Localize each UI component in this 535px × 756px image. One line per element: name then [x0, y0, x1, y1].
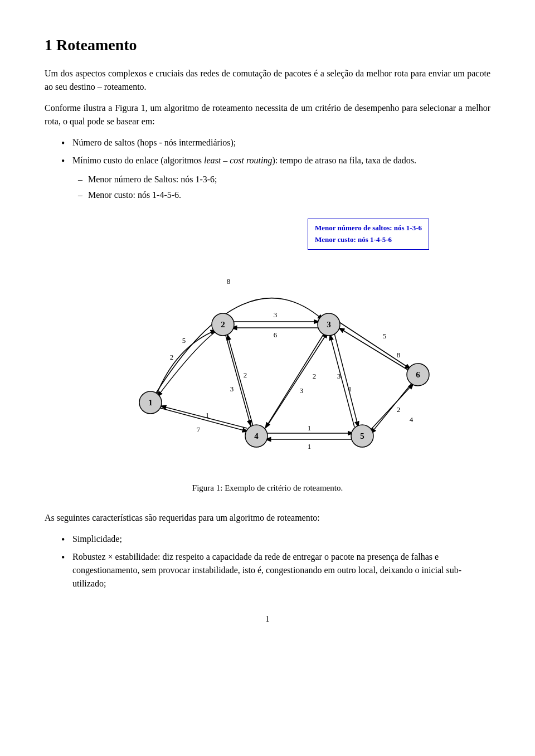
intro-paragraph: Um dos aspectos complexos e cruciais das…	[45, 67, 490, 94]
svg-text:2: 2	[313, 372, 317, 380]
svg-text:8: 8	[227, 277, 231, 285]
svg-text:1: 1	[148, 398, 153, 407]
criteria-list: Número de saltos (hops - nós intermediár…	[61, 136, 490, 167]
legend-box: Menor número de saltos: nós 1-3-6 Menor …	[308, 219, 429, 250]
figure-caption: Figura 1: Exemplo de critério de roteame…	[192, 482, 343, 495]
svg-text:1: 1	[308, 424, 312, 432]
svg-text:5: 5	[383, 332, 387, 340]
svg-text:8: 8	[397, 351, 401, 359]
svg-text:7: 7	[197, 425, 201, 434]
svg-text:4: 4	[254, 432, 259, 440]
svg-text:5: 5	[360, 432, 364, 440]
svg-text:2: 2	[170, 353, 174, 361]
figure-container: Menor número de saltos: nós 1-3-6 Menor …	[45, 219, 490, 495]
svg-text:3: 3	[230, 385, 234, 393]
bullet-robustness: Robustez × estabilidade: diz respeito a …	[61, 550, 490, 590]
svg-text:3: 3	[337, 372, 341, 380]
section-title: 1 Roteamento	[45, 33, 490, 57]
bullet-simplicity: Simplicidade;	[61, 532, 490, 546]
bullet-item-hops: Número de saltos (hops - nós intermediár…	[61, 136, 490, 149]
criteria-paragraph: Conforme ilustra a Figura 1, um algoritm…	[45, 101, 490, 128]
svg-text:4: 4	[410, 415, 414, 424]
bullet-item-cost: Mínimo custo do enlace (algoritmos least…	[61, 154, 490, 167]
graph-svg: 2 5 3 6 7 1 3 2 3	[89, 219, 446, 475]
characteristics-list: Simplicidade; Robustez × estabilidade: d…	[61, 532, 490, 590]
dash-list: Menor número de Saltos: nós 1-3-6; Menor…	[78, 173, 490, 202]
page-number: 1	[45, 613, 490, 626]
svg-text:2: 2	[397, 405, 401, 414]
svg-text:1: 1	[348, 385, 352, 393]
after-figure-paragraph: As seguintes características são requeri…	[45, 511, 490, 525]
graph-wrapper: Menor número de saltos: nós 1-3-6 Menor …	[89, 219, 446, 475]
svg-text:3: 3	[327, 320, 331, 329]
legend-line2: Menor custo: nós 1-4-5-6	[315, 234, 422, 246]
dash-item-custo: Menor custo: nós 1-4-5-6.	[78, 188, 490, 202]
svg-text:2: 2	[221, 320, 225, 329]
svg-text:6: 6	[274, 331, 278, 339]
svg-text:1: 1	[308, 442, 312, 450]
legend-line1: Menor número de saltos: nós 1-3-6	[315, 222, 422, 234]
svg-text:6: 6	[416, 370, 420, 379]
svg-text:5: 5	[182, 336, 186, 345]
dash-item-saltos: Menor número de Saltos: nós 1-3-6;	[78, 173, 490, 186]
svg-text:1: 1	[206, 411, 210, 419]
svg-text:3: 3	[274, 311, 278, 319]
svg-text:3: 3	[300, 386, 304, 395]
svg-text:2: 2	[244, 371, 247, 379]
